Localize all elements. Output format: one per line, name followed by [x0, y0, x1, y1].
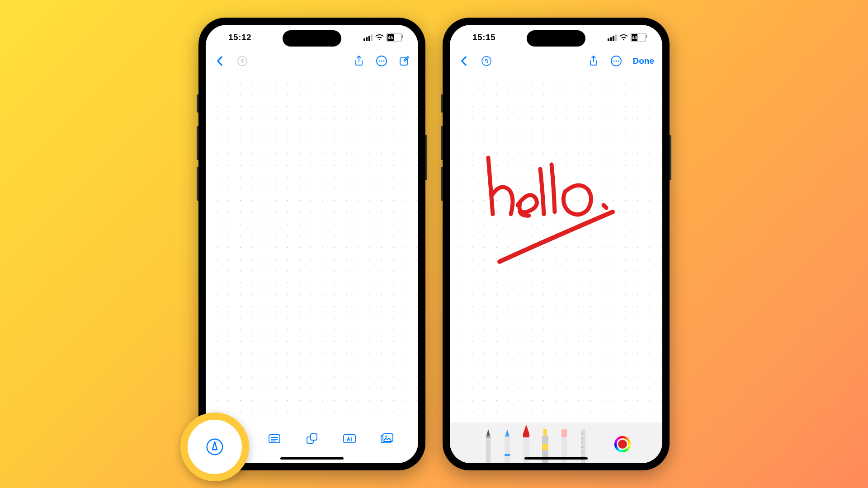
dynamic-island — [527, 30, 585, 47]
svg-marker-25 — [523, 425, 529, 434]
svg-rect-27 — [523, 434, 529, 437]
nav-bar: Done — [450, 50, 662, 72]
pencil-tool[interactable] — [500, 429, 514, 463]
phone-left: 15:12 45 — [198, 18, 425, 470]
pen-tool[interactable] — [481, 429, 495, 463]
cellular-signal-icon — [363, 34, 373, 41]
compose-button[interactable] — [398, 55, 410, 67]
battery-icon: 45 — [387, 33, 402, 42]
svg-rect-8 — [311, 434, 317, 440]
shapes-button[interactable] — [305, 432, 319, 446]
screen-right: 15:15 44 — [450, 25, 662, 463]
done-button[interactable]: Done — [633, 56, 655, 66]
more-button[interactable] — [376, 55, 387, 67]
media-button[interactable] — [380, 432, 394, 446]
back-button[interactable] — [214, 55, 226, 67]
home-indicator[interactable] — [524, 457, 588, 460]
svg-point-18 — [618, 61, 619, 62]
svg-rect-20 — [486, 436, 491, 463]
more-button[interactable] — [610, 55, 622, 67]
status-time: 15:15 — [472, 33, 495, 42]
svg-rect-5 — [400, 58, 407, 65]
svg-rect-24 — [505, 454, 510, 456]
svg-point-17 — [615, 61, 617, 62]
share-button[interactable] — [353, 55, 365, 67]
back-button[interactable] — [458, 55, 470, 67]
phone-right: 15:15 44 — [443, 18, 670, 470]
share-button[interactable] — [588, 55, 599, 67]
color-picker-button[interactable] — [614, 436, 631, 452]
wifi-icon — [375, 34, 384, 41]
dynamic-island — [283, 30, 341, 47]
status-time: 15:12 — [228, 33, 251, 42]
wifi-icon — [619, 34, 628, 41]
svg-point-16 — [613, 61, 614, 62]
battery-icon: 44 — [631, 33, 646, 42]
svg-point-0 — [238, 56, 247, 66]
svg-rect-21 — [486, 436, 491, 438]
text-box-button[interactable] — [268, 432, 281, 446]
note-canvas[interactable] — [450, 72, 662, 422]
cellular-signal-icon — [608, 34, 617, 41]
svg-point-4 — [383, 61, 385, 62]
home-indicator[interactable] — [280, 457, 344, 460]
svg-marker-19 — [486, 429, 490, 436]
note-canvas[interactable] — [206, 72, 418, 421]
markup-highlight-callout — [180, 413, 249, 481]
svg-rect-30 — [542, 444, 548, 450]
undo-button[interactable] — [481, 55, 492, 67]
svg-rect-9 — [344, 435, 355, 443]
svg-rect-23 — [505, 436, 510, 463]
svg-point-3 — [381, 61, 382, 62]
handwritten-hello — [468, 144, 640, 271]
svg-marker-22 — [505, 429, 509, 436]
text-format-button[interactable] — [343, 432, 356, 446]
undo-button — [236, 55, 248, 67]
svg-rect-6 — [269, 435, 280, 443]
svg-point-14 — [482, 56, 491, 66]
svg-point-2 — [379, 61, 380, 62]
screen-left: 15:12 45 — [206, 25, 418, 463]
svg-rect-31 — [561, 429, 567, 437]
markup-tool-icon[interactable] — [205, 437, 224, 456]
nav-bar — [206, 50, 418, 72]
svg-rect-28 — [543, 429, 547, 436]
svg-point-12 — [385, 436, 387, 437]
